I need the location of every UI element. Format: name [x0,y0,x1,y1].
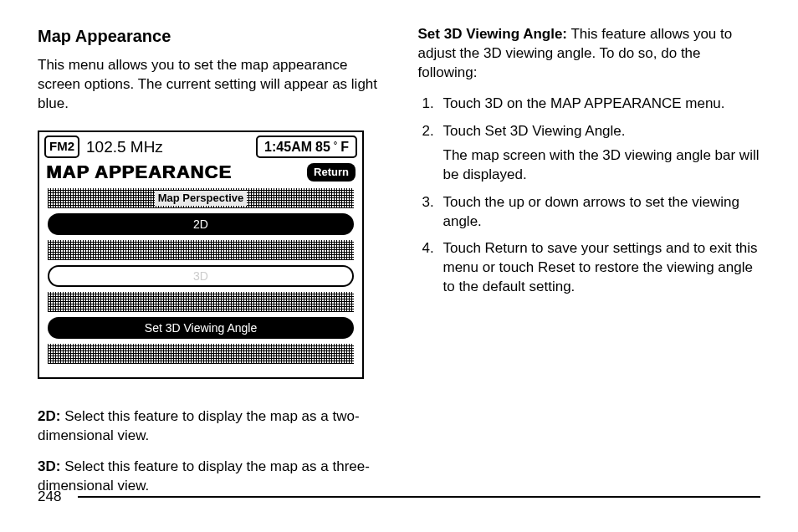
option-2d-button[interactable]: 2D [48,213,354,235]
desc-3d-label: 3D: [38,458,60,474]
step-4: Touch Return to save your settings and t… [438,239,761,297]
desc-2d: 2D: Select this feature to display the m… [38,407,381,446]
frequency-readout: 102.5 MHz [86,136,163,158]
clock-temp-box: 1:45AM 85°F [256,136,357,159]
step-3-main: Touch the up or down arrows to set the v… [443,194,739,229]
fm-band-badge: FM2 [44,136,79,157]
option-3d-button[interactable]: 3D [48,265,354,287]
hatched-spacer-3 [48,344,354,364]
hatched-spacer-2 [48,292,354,312]
intro-paragraph: This menu allows you to set the map appe… [38,56,381,114]
temp-unit: F [340,138,349,156]
step-1: Touch 3D on the MAP APPEARANCE menu. [438,95,761,114]
degree-icon: ° [334,139,337,151]
step-3: Touch the up or down arrows to set the v… [438,193,761,232]
page-footer: 248 [38,489,760,505]
clock-value: 1:45AM [264,138,312,156]
set-3d-angle-button[interactable]: Set 3D Viewing Angle [48,317,354,339]
perspective-label: Map Perspective [155,191,248,206]
screenshot-figure: FM2 102.5 MHz 1:45AM 85°F MAP APPEARANCE… [38,130,364,379]
screen-title: MAP APPEARANCE [46,160,232,185]
perspective-header: Map Perspective [48,188,354,208]
right-column: Set 3D Viewing Angle: This feature allow… [418,25,761,508]
lead-paragraph: Set 3D Viewing Angle: This feature allow… [418,25,761,83]
step-2: Touch Set 3D Viewing Angle.The map scree… [438,122,761,185]
lead-label: Set 3D Viewing Angle: [418,26,568,42]
step-2-main: Touch Set 3D Viewing Angle. [443,123,626,139]
desc-2d-label: 2D: [38,408,60,424]
temp-value: 85 [315,138,330,156]
screen-topbar: FM2 102.5 MHz 1:45AM 85°F [43,136,359,159]
return-button[interactable]: Return [307,163,356,182]
page-number: 248 [38,489,61,505]
step-4-main: Touch Return to save your settings and t… [443,240,758,294]
section-heading: Map Appearance [38,25,381,48]
step-1-main: Touch 3D on the MAP APPEARANCE menu. [443,95,725,111]
footer-rule [78,496,760,498]
left-column: Map Appearance This menu allows you to s… [38,25,381,508]
hatched-spacer-1 [48,240,354,260]
step-2-sub: The map screen with the 3D viewing angle… [443,146,761,185]
desc-2d-text: Select this feature to display the map a… [38,408,360,443]
steps-list: Touch 3D on the MAP APPEARANCE menu. Tou… [418,95,761,297]
